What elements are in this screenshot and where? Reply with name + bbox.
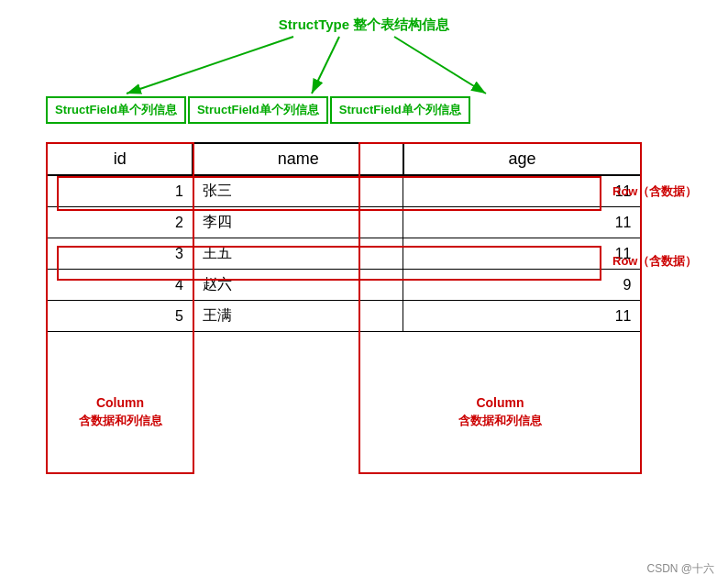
cell-name-3: 王五 [193, 238, 403, 270]
header-name: name [193, 143, 403, 175]
cell-age-5: 11 [403, 301, 641, 332]
col-label-2: Column 含数据和列信息 [358, 394, 642, 429]
cell-name-5: 王满 [193, 301, 403, 332]
watermark: CSDN @十六 [646, 561, 714, 577]
cell-id-5: 5 [47, 301, 193, 332]
cell-age-4: 9 [403, 270, 641, 301]
cell-id-4: 4 [47, 270, 193, 301]
cell-id-2: 2 [47, 207, 193, 238]
cell-name-4: 赵六 [193, 270, 403, 301]
cell-name-2: 李四 [193, 207, 403, 238]
cell-age-3: 11 [403, 238, 641, 270]
main-table: id name age 1 张三 11 2 李四 11 3 王五 [46, 142, 642, 332]
svg-line-1 [127, 37, 293, 94]
struct-fields-row: StructField单个列信息 StructField单个列信息 Struct… [46, 96, 470, 124]
cell-age-1: 11 [403, 175, 641, 207]
col-label-1: Column 含数据和列信息 [46, 394, 194, 429]
cell-id-3: 3 [47, 238, 193, 270]
struct-field-box-1: StructField单个列信息 [46, 96, 186, 124]
table-row: 3 王五 11 [47, 238, 641, 270]
svg-line-2 [312, 37, 339, 94]
table-row: 4 赵六 9 [47, 270, 641, 301]
header-id: id [47, 143, 193, 175]
header-age: age [403, 143, 641, 175]
cell-age-2: 11 [403, 207, 641, 238]
struct-type-label: StructType 整个表结构信息 [279, 17, 449, 34]
table-header-row: id name age [47, 143, 641, 175]
cell-name-1: 张三 [193, 175, 403, 207]
cell-id-1: 1 [47, 175, 193, 207]
table-row: 5 王满 11 [47, 301, 641, 332]
row-label-2: Row（含数据） [612, 253, 697, 270]
svg-line-3 [394, 37, 486, 94]
struct-field-box-2: StructField单个列信息 [188, 96, 328, 124]
diagram-container: StructType 整个表结构信息 StructField单个列信息 Stru… [0, 0, 728, 586]
main-table-wrapper: id name age 1 张三 11 2 李四 11 3 王五 [46, 142, 642, 332]
table-row: 1 张三 11 [47, 175, 641, 207]
struct-field-box-3: StructField单个列信息 [330, 96, 470, 124]
table-row: 2 李四 11 [47, 207, 641, 238]
row-label-1: Row（含数据） [612, 183, 697, 200]
